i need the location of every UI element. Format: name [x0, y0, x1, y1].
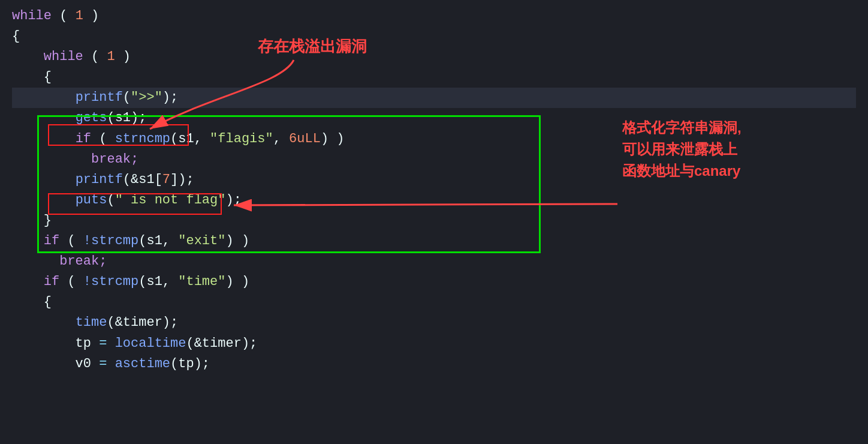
code-line: while ( 1 ): [12, 47, 856, 67]
overflow-annotation: 存在栈溢出漏洞: [258, 36, 367, 57]
code-line-asctime: v0 = asctime(tp);: [12, 354, 856, 374]
code-line-close1: }: [12, 211, 856, 231]
code-block: while ( 1 ) { while ( 1 ) { printf(">>")…: [0, 0, 868, 380]
code-line-puts: puts(" is not flag");: [12, 190, 856, 211]
code-line-break2: break;: [12, 251, 856, 272]
code-line-printf-arrow: printf(">>");: [12, 88, 856, 108]
code-line: {: [12, 26, 856, 47]
format-annotation: 格式化字符串漏洞, 可以用来泄露栈上 函数地址与canary: [622, 117, 850, 182]
code-line: while ( 1 ): [12, 6, 856, 26]
code-line: {: [12, 67, 856, 88]
code-line-localtime: tp = localtime(&timer);: [12, 334, 856, 354]
code-line-time: time(&timer);: [12, 313, 856, 333]
code-line-open2: {: [12, 292, 856, 313]
code-line-if-exit: if ( !strcmp(s1, "exit") ): [12, 231, 856, 251]
code-line-if-time: if ( !strcmp(s1, "time") ): [12, 272, 856, 292]
